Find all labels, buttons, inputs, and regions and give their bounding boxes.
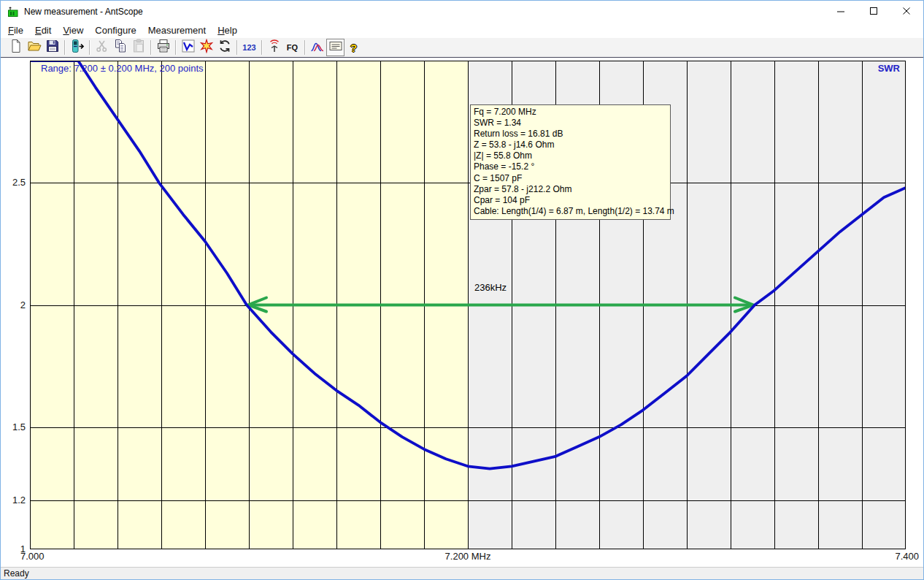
chart-view-button[interactable] xyxy=(179,39,197,56)
toolbar-separator xyxy=(64,40,65,55)
toolbar-separator xyxy=(304,40,305,55)
app-icon xyxy=(7,6,19,18)
tooltip-line-8: Cpar = 104 pF xyxy=(474,195,667,206)
chart-area: 236kHz Range: 7.200 ± 0.200 MHz, 200 poi… xyxy=(1,58,923,567)
minimize-button[interactable] xyxy=(825,1,858,22)
menu-file[interactable]: File xyxy=(2,23,29,37)
tooltip-line-3: Z = 53.8 - j14.6 Ohm xyxy=(474,140,667,150)
analyzer-device-icon xyxy=(70,39,85,56)
y-tick-2: 2 xyxy=(1,299,26,310)
plot-svg: 236kHz xyxy=(30,61,906,549)
range-label: Range: 7.200 ± 0.200 MHz, 200 points xyxy=(41,63,204,74)
frequency-setup-button[interactable]: FQ xyxy=(283,39,301,56)
tooltip-line-4: |Z| = 55.8 Ohm xyxy=(474,150,667,161)
all-graphs-button[interactable] xyxy=(197,39,215,56)
star-burst-icon xyxy=(199,39,214,56)
new-document-icon xyxy=(9,39,23,56)
antenna-waves-icon xyxy=(267,39,282,56)
antenna-signal-button[interactable] xyxy=(265,39,283,56)
new-measurement-button[interactable] xyxy=(7,39,25,56)
measurement-tooltip: Fq = 7.200 MHzSWR = 1.34Return loss = 16… xyxy=(470,104,671,220)
refresh-arrows-icon xyxy=(217,39,232,56)
y-tick-1.2: 1.2 xyxy=(1,495,26,505)
printer-icon xyxy=(156,39,171,56)
save-floppy-icon xyxy=(45,39,60,56)
status-bar: Ready xyxy=(1,567,923,579)
question-mark-icon: ? xyxy=(350,42,357,54)
toolbar-separator xyxy=(175,40,176,55)
menu-measurement[interactable]: Measurement xyxy=(142,23,212,37)
toolbar-separator xyxy=(261,40,262,55)
antscope-window: New measurement - AntScope FileEditViewC… xyxy=(0,0,924,580)
copy-pages-icon xyxy=(113,39,128,56)
status-text: Ready xyxy=(4,568,29,579)
menu-view[interactable]: View xyxy=(57,23,89,37)
toolbar-separator xyxy=(150,40,151,55)
save-file-button[interactable] xyxy=(43,39,61,56)
tooltip-line-7: Zpar = 57.8 - j212.2 Ohm xyxy=(474,184,667,195)
paste-button xyxy=(129,39,147,56)
help-button[interactable]: ? xyxy=(344,39,363,56)
refresh-scan-button[interactable] xyxy=(215,39,234,56)
menu-configure[interactable]: Configure xyxy=(89,23,142,37)
notes-list-icon xyxy=(328,39,343,56)
tooltip-line-0: Fq = 7.200 MHz xyxy=(474,107,667,118)
swr-mode-label: SWR xyxy=(878,63,900,74)
menu-help[interactable]: Help xyxy=(212,23,243,37)
bandwidth-label: 236kHz xyxy=(474,282,507,293)
window-title: New measurement - AntScope xyxy=(24,7,825,17)
tooltip-line-2: Return loss = 16.81 dB xyxy=(474,129,667,140)
title-bar: New measurement - AntScope xyxy=(1,1,923,22)
connect-analyzer-button[interactable] xyxy=(68,39,86,56)
maximize-button[interactable] xyxy=(858,1,890,22)
tooltip-line-9: Cable: Length(1/4) = 6.87 m, Length(1/2)… xyxy=(474,206,667,217)
notes-panel-button[interactable] xyxy=(326,39,344,56)
x-tick-7.4: 7.400 xyxy=(895,551,919,562)
close-button[interactable] xyxy=(890,1,923,22)
band-overlay-button[interactable] xyxy=(308,39,326,56)
x-tick-7.2: 7.200 MHz xyxy=(445,551,491,562)
copy-button[interactable] xyxy=(111,39,129,56)
scissors-icon xyxy=(95,39,109,56)
open-file-button[interactable] xyxy=(25,39,43,56)
print-button[interactable] xyxy=(154,39,172,56)
menu-bar: FileEditViewConfigureMeasurementHelp xyxy=(1,22,923,38)
window-controls xyxy=(825,1,923,22)
numeric-view-button[interactable]: 123 xyxy=(240,39,258,56)
toolbar-separator xyxy=(236,40,237,55)
open-folder-icon xyxy=(27,39,42,56)
double-peaks-icon xyxy=(310,39,325,56)
menu-edit[interactable]: Edit xyxy=(29,23,57,37)
tooltip-line-6: C = 1507 pF xyxy=(474,173,667,184)
x-tick-7: 7.000 xyxy=(20,551,45,562)
y-tick-1.5: 1.5 xyxy=(1,421,26,432)
y-tick-2.5: 2.5 xyxy=(1,177,26,188)
cut-button xyxy=(93,39,111,56)
toolbar: 123FQ? xyxy=(1,38,923,58)
swr-plot[interactable]: 236kHz Range: 7.200 ± 0.200 MHz, 200 poi… xyxy=(30,61,906,549)
tooltip-line-1: SWR = 1.34 xyxy=(474,118,667,129)
clipboard-icon xyxy=(131,39,146,56)
numeric-view-icon: 123 xyxy=(242,43,255,52)
chart-line-icon xyxy=(181,39,196,56)
tooltip-line-5: Phase = -15.2 ° xyxy=(474,161,667,172)
toolbar-separator xyxy=(89,40,90,55)
frequency-setup-icon: FQ xyxy=(287,43,298,52)
